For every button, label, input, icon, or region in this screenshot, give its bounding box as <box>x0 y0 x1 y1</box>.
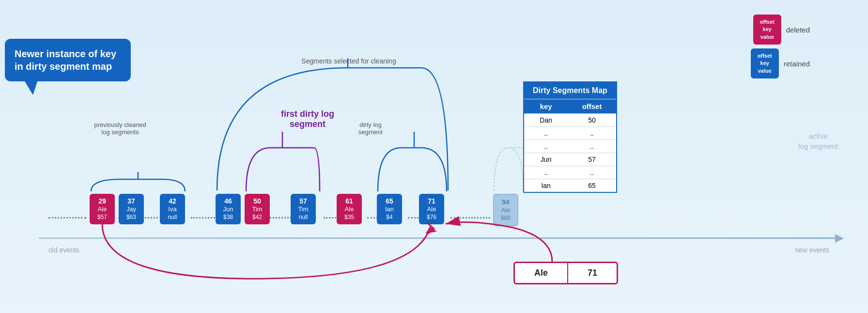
callout-box: Newer instance of key in dirty segment m… <box>5 39 131 81</box>
legend-retained-label: retained <box>784 60 810 68</box>
dsm-col-key: key <box>524 99 568 114</box>
result-row: Ale 71 <box>513 262 618 284</box>
cleaning-label: Segments selected for cleaning <box>252 57 446 65</box>
dsm-col-offset: offset <box>568 99 617 114</box>
card-29: 29 Ale $57 <box>90 194 115 224</box>
legend-retained: offset key value retained <box>751 48 810 78</box>
result-offset: 71 <box>568 263 617 283</box>
card-50: 50 Tim $42 <box>245 194 270 224</box>
active-segment-label: active log segment <box>798 131 838 151</box>
main-container: Newer instance of key in dirty segment m… <box>0 0 868 313</box>
dirty-log-label: dirty log segment <box>339 121 402 136</box>
result-key: Ale <box>515 263 567 283</box>
dirty-segments-map-table: Dirty Segments Map key offset Dan 50 .. … <box>523 81 617 193</box>
legend-retained-card: offset key value <box>751 48 779 78</box>
card-71: 71 Ale $76 <box>419 194 444 224</box>
card-42: 42 Iva null <box>160 194 185 224</box>
card-94: 94 Ale $68 <box>493 194 518 226</box>
legend-deleted-card: offset key value <box>753 15 781 45</box>
dot-line-5 <box>324 217 336 219</box>
card-61: 61 Ale $35 <box>337 194 362 224</box>
card-57: 57 Tim null <box>291 194 316 224</box>
timeline-old-label: old events <box>48 246 79 254</box>
legend-deleted-label: deleted <box>786 26 810 34</box>
first-dirty-label: first dirty log segment <box>276 109 339 129</box>
card-65: 65 Ian $4 <box>377 194 402 224</box>
legend-deleted: offset key value deleted <box>753 15 810 45</box>
dsm-row-dots3: .. .. <box>524 166 617 179</box>
svg-marker-4 <box>424 226 437 234</box>
prev-cleaned-label: previously cleaned log segments <box>77 121 164 136</box>
dot-line-8 <box>450 217 490 219</box>
card-37: 37 Jay $63 <box>119 194 144 224</box>
dsm-row-dan: Dan 50 <box>524 114 617 127</box>
dsm-title: Dirty Segments Map <box>524 82 617 99</box>
dot-line-7 <box>408 217 418 219</box>
callout-text: Newer instance of key in dirty segment m… <box>15 48 116 72</box>
dot-line-1 <box>48 217 86 219</box>
timeline-new-label: new events <box>795 246 829 254</box>
card-46: 46 Jun $38 <box>216 194 241 224</box>
dot-line-3 <box>191 217 215 219</box>
dsm-row-dots1: .. .. <box>524 127 617 140</box>
dsm-row-ian: Ian 65 <box>524 179 617 193</box>
dsm-row-dots2: .. .. <box>524 140 617 153</box>
dsm-row-jun: Jun 57 <box>524 153 617 166</box>
dot-line-6 <box>367 217 378 219</box>
timeline <box>39 237 839 239</box>
